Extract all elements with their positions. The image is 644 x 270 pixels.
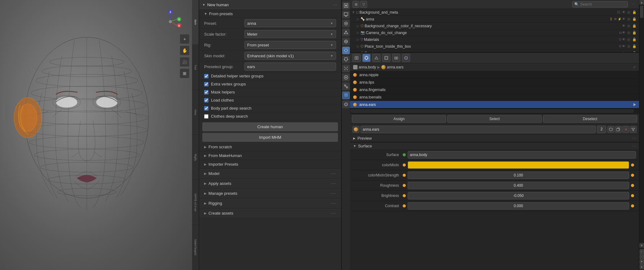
vgroup-item-lips[interactable]: anna.lips: [350, 79, 639, 86]
vgroup-icon-filter[interactable]: [630, 126, 637, 133]
checkbox-clothes-deep[interactable]: Clothes deep search: [199, 112, 341, 120]
checkbox-load-clothes[interactable]: Load clothes: [199, 96, 341, 104]
apply-assets-section[interactable]: ▶ Apply assets ⋯: [199, 179, 341, 189]
surface-section-header[interactable]: ▼ Surface ⋯: [350, 142, 639, 150]
props-icon-modifier[interactable]: [342, 56, 350, 63]
row-action-checkbox[interactable]: ☑: [616, 10, 621, 14]
scroll-up-btn[interactable]: ▲: [639, 0, 644, 5]
outliner-row-camera[interactable]: ▷ 📷 Camera_do_not_change □ 👁 ◎ 🔒: [350, 29, 639, 36]
props-tb-mesh[interactable]: [353, 54, 361, 62]
manage-presets-section[interactable]: ▶ Manage presets ⋯: [199, 189, 341, 198]
checkbox-extra-vertex[interactable]: Extra vertex groups: [199, 80, 341, 88]
create-human-button[interactable]: Create human: [202, 122, 338, 131]
vgroup-item-fingernails[interactable]: anna.fingernails: [350, 86, 639, 94]
mat-lock[interactable]: 🔒: [632, 37, 637, 41]
rigging-section[interactable]: ▶ Rigging ⋯: [199, 198, 341, 208]
props-tb-matslots[interactable]: [402, 54, 410, 62]
from-makehuman-section[interactable]: ▶ From MakeHuman: [199, 151, 341, 160]
checkbox-mask-helpers-input[interactable]: [204, 90, 208, 94]
import-mhm-button[interactable]: Import MHM: [202, 133, 338, 142]
color-mixin-dot-left[interactable]: [403, 163, 406, 167]
strip-item-maketarget[interactable]: MakeTarget2: [192, 225, 199, 270]
roughness-dot-left[interactable]: [403, 184, 406, 187]
props-icon-constraints[interactable]: [342, 83, 350, 90]
vgroup-item-ears[interactable]: anna.ears: [350, 101, 639, 108]
camera-lock[interactable]: 🔒: [632, 31, 637, 35]
row-action-lock[interactable]: 🔒: [632, 10, 637, 14]
mini-btn-4[interactable]: ▲: [640, 264, 644, 269]
vgroup-icon-shield[interactable]: [607, 126, 614, 133]
3d-view[interactable]: Z Y X + ✋ 🎥 ⊞: [0, 0, 192, 270]
camera-eye[interactable]: 👁: [621, 31, 626, 35]
strip-item-tool[interactable]: Tool: [192, 45, 199, 90]
camera-cam[interactable]: ◎: [627, 31, 631, 35]
surface-value[interactable]: anna.body: [408, 151, 636, 159]
strength-dot-right[interactable]: [631, 174, 634, 177]
strip-item-mpfb[interactable]: MPFB v2.0-a4: [192, 180, 199, 225]
hand-btn[interactable]: ✋: [180, 46, 190, 55]
scroll-down-btn[interactable]: ▼: [639, 243, 644, 248]
props-icon-view[interactable]: [342, 20, 350, 27]
mini-btn-1[interactable]: +: [640, 250, 644, 254]
scroll-thumb[interactable]: [640, 6, 643, 18]
bg-change-lock[interactable]: 🔒: [632, 24, 637, 28]
props-tb-shapekeys[interactable]: [372, 54, 380, 62]
outliner-filter-btn[interactable]: ⊞: [353, 1, 359, 8]
from-presets-header[interactable]: ▼ From presets: [199, 10, 341, 18]
scale-dropdown[interactable]: Meter ▼: [244, 30, 336, 38]
outliner-row-place-toon[interactable]: ▷ ⬡ Place_toon_inside_this_box ▽ 👁 ◎ 🔒: [350, 43, 639, 50]
outliner-filter-options[interactable]: ⋯: [630, 1, 637, 8]
outliner-row-background-meta[interactable]: ▼ □ Background_and_meta ☑ 👁 ◎ 🔒: [350, 9, 639, 16]
place-eye[interactable]: 👁: [621, 44, 626, 48]
checkbox-extra-vertex-input[interactable]: [204, 82, 208, 86]
row-action-cam[interactable]: ◎: [627, 10, 631, 14]
checkbox-body-part-deep[interactable]: Body part deep search: [199, 104, 341, 112]
create-assets-section[interactable]: ▶ Create assets ⋯: [199, 208, 341, 218]
outliner-row-anna[interactable]: ▷ 🦴 anna 🚶 ♾ ⚡ 👁 ◎ 🔒: [350, 16, 639, 23]
color-mixin-swatch[interactable]: [408, 161, 629, 169]
strip-item-view[interactable]: View: [192, 90, 199, 135]
contrast-dot-right[interactable]: [631, 204, 634, 207]
checkbox-detailed-helper-input[interactable]: [204, 74, 208, 78]
contrast-dot-left[interactable]: [403, 204, 406, 207]
bg-change-eye[interactable]: 👁: [621, 24, 626, 28]
strip-item-rigify[interactable]: Rigify: [192, 135, 199, 180]
rig-dropdown[interactable]: From preset ▼: [244, 41, 336, 49]
active-vgroup-name-input[interactable]: [361, 126, 596, 133]
bg-change-cam[interactable]: ◎: [627, 24, 631, 28]
preset-dropdown[interactable]: anna ▼: [244, 19, 336, 27]
props-icon-output[interactable]: [342, 11, 350, 18]
surface-dot-left[interactable]: [403, 153, 406, 156]
props-icon-data[interactable]: [342, 92, 350, 99]
vgroup-item-nipple[interactable]: anna.nipple: [350, 71, 639, 79]
skin-dropdown[interactable]: Enhanced (skin model v1) ▼: [244, 52, 336, 60]
from-scratch-section[interactable]: ▶ From scratch: [199, 143, 341, 151]
new-human-header[interactable]: ▼ New human ⋯: [199, 0, 341, 10]
mat-cam[interactable]: ◎: [627, 37, 631, 41]
model-section[interactable]: ▶ Model ⋯: [199, 169, 341, 179]
camera-btn[interactable]: 🎥: [180, 57, 190, 67]
preview-header[interactable]: ▶ Preview ⋯: [350, 135, 639, 142]
roughness-value[interactable]: 0.400: [408, 182, 629, 189]
vgroup-icon-delete[interactable]: ✕: [622, 126, 629, 133]
mini-btn-3[interactable]: ▼: [640, 259, 644, 264]
mat-eye[interactable]: 👁: [621, 37, 626, 41]
props-icon-particles[interactable]: [342, 65, 350, 72]
props-tb-vgroups[interactable]: [362, 54, 370, 62]
strength-dot-left[interactable]: [403, 174, 406, 177]
grid-btn[interactable]: ⊞: [180, 68, 190, 78]
anna-cam[interactable]: ◎: [627, 17, 631, 21]
select-button[interactable]: Select: [447, 115, 541, 123]
outliner-search-input[interactable]: [580, 2, 626, 7]
row-action-eye[interactable]: 👁: [621, 10, 626, 14]
roughness-dot-right[interactable]: [631, 184, 634, 187]
vgroup-item-toenails[interactable]: anna.toenails: [350, 94, 639, 101]
assign-button[interactable]: Assign: [352, 115, 446, 123]
strength-value[interactable]: 0.100: [408, 172, 629, 179]
checkbox-clothes-deep-input[interactable]: [204, 114, 208, 119]
props-icon-scene[interactable]: [342, 29, 350, 36]
checkbox-body-part-deep-input[interactable]: [204, 106, 208, 111]
place-lock[interactable]: 🔒: [632, 44, 637, 48]
zoom-in-btn[interactable]: +: [180, 34, 190, 44]
props-icon-object[interactable]: [342, 47, 350, 54]
